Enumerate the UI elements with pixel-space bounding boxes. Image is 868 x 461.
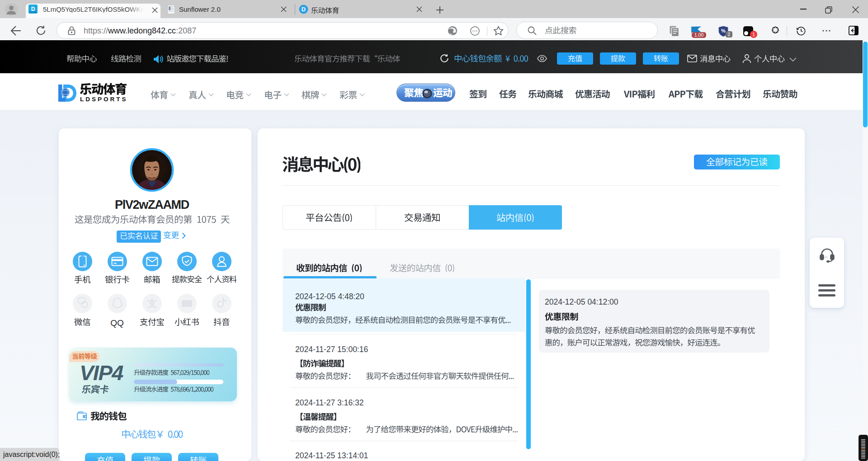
- svg-text:支: 支: [147, 298, 157, 309]
- svg-text:1: 1: [752, 32, 755, 37]
- svg-text:2: 2: [728, 32, 731, 37]
- svg-text:%: %: [721, 28, 726, 33]
- svg-text:D: D: [302, 6, 306, 13]
- svg-text:1.00: 1.00: [694, 32, 704, 38]
- svg-text:D: D: [31, 6, 35, 12]
